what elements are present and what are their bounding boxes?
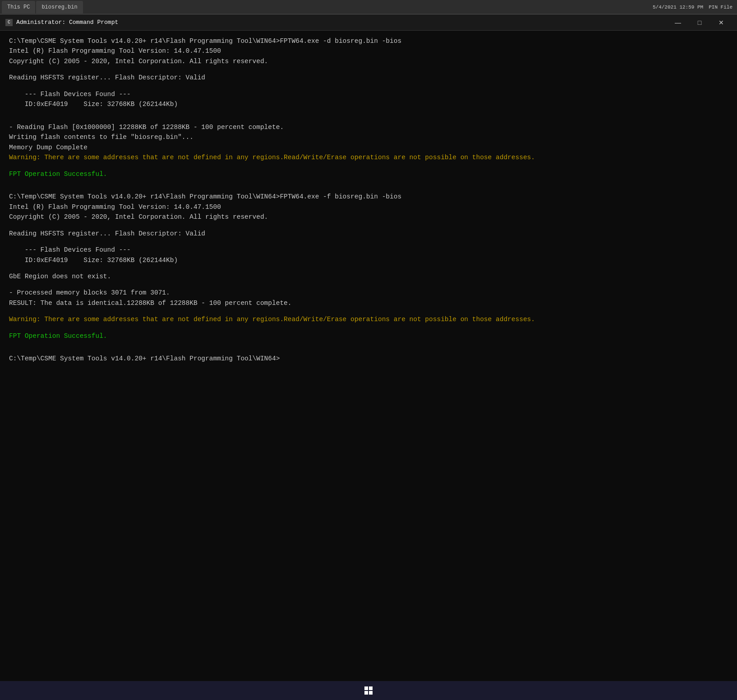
terminal-line: Intel (R) Flash Programming Tool Version… <box>9 202 728 212</box>
terminal-line: FPT Operation Successful. <box>9 331 728 341</box>
terminal-line: - Reading Flash [0x1000000] 12288KB of 1… <box>9 122 728 132</box>
maximize-button[interactable]: □ <box>689 14 710 31</box>
terminal-spacer <box>9 325 728 331</box>
tab-this-pc[interactable]: This PC <box>2 1 35 14</box>
terminal-line: GbE Region does not exist. <box>9 272 728 281</box>
terminal-line: FPT Operation Successful. <box>9 169 728 179</box>
terminal-spacer <box>9 308 728 314</box>
terminal-spacer <box>9 239 728 245</box>
terminal-spacer <box>9 281 728 288</box>
terminal-line: - Processed memory blocks 3071 from 3071… <box>9 288 728 298</box>
svg-rect-2 <box>364 691 368 695</box>
terminal-line: ID:0xEF4019 Size: 32768KB (262144Kb) <box>9 255 728 265</box>
terminal-line: Warning: There are some addresses that a… <box>9 152 728 162</box>
terminal-spacer <box>9 265 728 272</box>
terminal-spacer <box>9 163 728 169</box>
close-button[interactable]: ✕ <box>711 14 732 31</box>
svg-rect-3 <box>369 691 373 695</box>
taskbar-top: This PC biosreg.bin 5/4/2021 12:59 PM PI… <box>0 0 737 14</box>
tab-label: biosreg.bin <box>41 4 77 10</box>
command-prompt-window: C Administrator: Command Prompt — □ ✕ C:… <box>0 14 737 700</box>
terminal-line: Copyright (C) 2005 - 2020, Intel Corpora… <box>9 56 728 66</box>
terminal-spacer <box>9 110 728 116</box>
window-app-icon: C <box>5 19 13 26</box>
terminal-spacer <box>9 347 728 354</box>
window-title: Administrator: Command Prompt <box>16 19 668 26</box>
terminal-line: Reading HSFSTS register... Flash Descrip… <box>9 73 728 83</box>
tab-label: This PC <box>7 4 30 10</box>
terminal-spacer <box>9 66 728 73</box>
terminal-line: Reading HSFSTS register... Flash Descrip… <box>9 229 728 239</box>
terminal-line: Copyright (C) 2005 - 2020, Intel Corpora… <box>9 212 728 222</box>
terminal-spacer <box>9 116 728 122</box>
terminal-line: Memory Dump Complete <box>9 143 728 152</box>
terminal-output[interactable]: C:\Temp\CSME System Tools v14.0.20+ r14\… <box>0 31 737 700</box>
minimize-button[interactable]: — <box>668 14 688 31</box>
terminal-line: Writing flash contents to file "biosreg.… <box>9 132 728 142</box>
terminal-spacer <box>9 341 728 347</box>
svg-rect-1 <box>369 686 373 690</box>
datetime-label: 5/4/2021 12:59 PM <box>653 5 703 10</box>
terminal-line: C:\Temp\CSME System Tools v14.0.20+ r14\… <box>9 36 728 46</box>
terminal-line: C:\Temp\CSME System Tools v14.0.20+ r14\… <box>9 192 728 202</box>
taskbar-tabs: This PC biosreg.bin <box>0 0 653 14</box>
terminal-spacer <box>9 83 728 89</box>
terminal-line: Warning: There are some addresses that a… <box>9 314 728 324</box>
tab-biosreg[interactable]: biosreg.bin <box>36 1 83 14</box>
terminal-spacer <box>9 179 728 185</box>
terminal-line: ID:0xEF4019 Size: 32768KB (262144Kb) <box>9 99 728 109</box>
window-controls: — □ ✕ <box>668 14 732 31</box>
terminal-spacer <box>9 222 728 229</box>
terminal-line: C:\Temp\CSME System Tools v14.0.20+ r14\… <box>9 354 728 364</box>
start-button[interactable] <box>357 682 380 699</box>
pin-file-label: PIN File <box>709 5 732 10</box>
taskbar-right-info: 5/4/2021 12:59 PM PIN File <box>653 5 737 10</box>
terminal-line: RESULT: The data is identical.12288KB of… <box>9 298 728 308</box>
terminal-spacer <box>9 185 728 192</box>
terminal-line: --- Flash Devices Found --- <box>9 89 728 99</box>
terminal-line: --- Flash Devices Found --- <box>9 245 728 255</box>
terminal-line: Intel (R) Flash Programming Tool Version… <box>9 46 728 56</box>
svg-rect-0 <box>364 686 368 690</box>
window-titlebar: C Administrator: Command Prompt — □ ✕ <box>0 14 737 31</box>
taskbar-bottom <box>0 681 737 700</box>
